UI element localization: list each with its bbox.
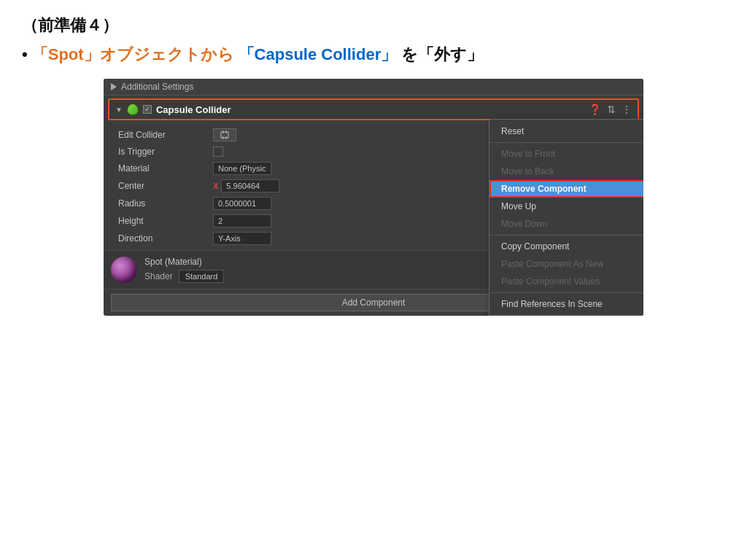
component-title-text: Capsule Collider xyxy=(156,104,584,115)
unity-inspector-panel: Additional Settings ▼ ✓ Capsule Collider… xyxy=(104,79,643,316)
additional-settings-label: Additional Settings xyxy=(121,82,193,92)
context-item-move-up[interactable]: Move Up xyxy=(489,198,643,215)
direction-label: Direction xyxy=(118,233,213,244)
remove-component-wrapper: Remove Component xyxy=(489,180,643,198)
context-divider-2 xyxy=(489,235,643,236)
context-item-move-down: Move Down xyxy=(489,215,643,233)
x-axis-label: X xyxy=(213,182,218,190)
context-item-move-to-back: Move to Back xyxy=(489,163,643,180)
component-header[interactable]: ▼ ✓ Capsule Collider ❓ ⇅ ⋮ xyxy=(108,98,639,120)
context-divider-4 xyxy=(489,315,643,316)
context-item-paste-as-new: Paste Component As New xyxy=(489,255,643,273)
page-title: （前準備４） xyxy=(22,15,725,36)
edit-collider-value[interactable] xyxy=(213,128,236,141)
direction-dropdown[interactable]: Y-Axis xyxy=(213,232,271,245)
context-divider-1 xyxy=(489,142,643,143)
subtitle-line: • 「Spot」オブジェクトから 「Capsule Collider」 を「外す… xyxy=(22,44,725,66)
height-value-box[interactable]: 2 xyxy=(213,214,271,228)
collider-edit-icon xyxy=(220,131,230,139)
edit-collider-label: Edit Collider xyxy=(118,130,213,140)
context-item-move-to-front: Move to Front xyxy=(489,145,643,163)
material-value-box[interactable]: None (Physic xyxy=(213,162,271,175)
shader-label: Shader xyxy=(144,271,173,281)
context-item-remove-component[interactable]: Remove Component xyxy=(489,180,643,198)
center-x-value[interactable]: 5.960464 xyxy=(221,179,279,192)
material-label: Material xyxy=(118,163,213,174)
context-menu: Reset Move to Front Move to Back Remove … xyxy=(489,119,643,316)
bullet: • xyxy=(22,45,28,64)
direction-value: Y-Axis xyxy=(213,232,271,245)
radius-value: 0.5000001 xyxy=(213,197,271,210)
radius-label: Radius xyxy=(118,198,213,209)
context-item-find-references[interactable]: Find References In Scene xyxy=(489,295,643,313)
capsule-icon xyxy=(127,104,139,115)
material-value: None (Physic xyxy=(213,162,271,175)
title-text: （前準備４） xyxy=(22,16,118,34)
svg-rect-0 xyxy=(221,132,228,138)
height-value: 2 xyxy=(213,214,271,228)
context-item-paste-values: Paste Component Values xyxy=(489,273,643,290)
page-container: （前準備４） • 「Spot」オブジェクトから 「Capsule Collide… xyxy=(0,0,747,560)
center-value: X 5.960464 xyxy=(213,179,279,192)
help-icon[interactable]: ❓ xyxy=(589,104,601,115)
additional-settings-header: Additional Settings xyxy=(104,79,643,96)
edit-collider-icon-box[interactable] xyxy=(213,128,236,141)
context-menu-icon[interactable]: ⋮ xyxy=(622,104,632,115)
preset-icon[interactable]: ⇅ xyxy=(607,104,616,115)
is-trigger-label: Is Trigger xyxy=(118,147,213,157)
is-trigger-checkbox[interactable] xyxy=(213,147,223,157)
fold-triangle-icon xyxy=(111,83,117,90)
radius-value-box[interactable]: 0.5000001 xyxy=(213,197,271,210)
subtitle-prefix: 「Spot」オブジェクトから xyxy=(32,44,234,66)
context-divider-3 xyxy=(489,292,643,293)
subtitle-suffix: を「外す」 xyxy=(401,44,483,66)
component-checkbox[interactable]: ✓ xyxy=(143,105,152,114)
shader-value: Standard xyxy=(179,270,225,283)
height-label: Height xyxy=(118,216,213,226)
subtitle-highlight: 「Capsule Collider」 xyxy=(239,44,398,66)
center-label: Center xyxy=(118,181,213,191)
is-trigger-value xyxy=(213,147,223,157)
component-header-icons: ❓ ⇅ ⋮ xyxy=(589,104,632,115)
component-fold-arrow: ▼ xyxy=(115,106,123,114)
material-sphere-preview xyxy=(111,257,137,283)
context-item-reset[interactable]: Reset xyxy=(489,122,643,140)
context-item-copy-component[interactable]: Copy Component xyxy=(489,238,643,255)
